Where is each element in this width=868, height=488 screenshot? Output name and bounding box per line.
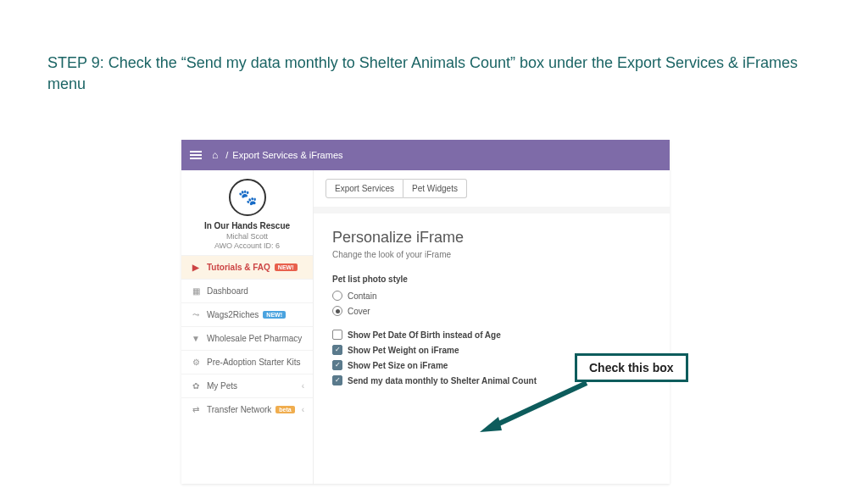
nav-icon: ▼: [190, 334, 202, 343]
radio-label: Cover: [348, 307, 370, 316]
radio-option[interactable]: Cover: [332, 306, 651, 316]
step-instruction: STEP 9: Check the “Send my data monthly …: [47, 53, 810, 95]
checkbox-label: Show Pet Date Of Birth instead of Age: [348, 330, 501, 340]
breadcrumb-separator: /: [225, 150, 228, 160]
tab[interactable]: Export Services: [326, 179, 403, 198]
nav-icon: ⤳: [190, 310, 202, 319]
sidebar-item[interactable]: ▦Dashboard: [181, 279, 313, 302]
nav-label: Pre-Adoption Starter Kits: [207, 358, 301, 367]
panel-subtitle: Change the look of your iFrame: [332, 250, 651, 259]
tab-row: Export ServicesPet Widgets: [314, 170, 670, 207]
nav-label: Wags2Riches: [207, 310, 259, 319]
user-name: Michal Scott: [186, 232, 309, 241]
section-label: Pet list photo style: [332, 274, 651, 284]
checkbox-label: Show Pet Weight on iFrame: [348, 346, 459, 355]
checkbox-icon: [332, 330, 342, 340]
menu-icon[interactable]: [190, 149, 202, 161]
nav-label: My Pets: [207, 381, 237, 391]
nav-badge: NEW!: [263, 311, 286, 319]
nav-label: Tutorials & FAQ: [207, 263, 270, 272]
nav-badge: NEW!: [275, 263, 298, 271]
app-screenshot: ⌂ / Export Services & iFrames 🐾 In Our H…: [181, 140, 670, 484]
top-bar: ⌂ / Export Services & iFrames: [181, 140, 670, 170]
nav-icon: ✿: [190, 381, 202, 391]
radio-icon: [332, 291, 342, 301]
checkbox-icon: ✓: [332, 360, 342, 370]
nav-badge: beta: [275, 406, 294, 413]
org-name: In Our Hands Rescue: [186, 221, 309, 230]
nav-icon: ⚙: [190, 358, 202, 367]
nav-icon: ▶: [190, 263, 202, 272]
sidebar-item[interactable]: ✿My Pets‹: [181, 374, 313, 397]
radio-label: Contain: [348, 291, 376, 301]
nav-label: Dashboard: [207, 286, 248, 296]
callout-box: Check this box: [575, 353, 688, 382]
radio-option[interactable]: Contain: [332, 291, 651, 301]
sidebar-item[interactable]: ⇄Transfer Networkbeta‹: [181, 397, 313, 421]
tab[interactable]: Pet Widgets: [403, 179, 467, 198]
main-content: Export ServicesPet Widgets Personalize i…: [314, 170, 670, 484]
home-icon[interactable]: ⌂: [212, 149, 218, 161]
sidebar-item[interactable]: ⤳Wags2RichesNEW!: [181, 302, 313, 326]
sidebar-item[interactable]: ⚙Pre-Adoption Starter Kits: [181, 350, 313, 374]
checkbox-label: Show Pet Size on iFrame: [348, 361, 448, 370]
panel-title: Personalize iFrame: [332, 229, 651, 247]
sidebar: 🐾 In Our Hands Rescue Michal Scott AWO A…: [181, 170, 314, 484]
account-id: AWO Account ID: 6: [186, 241, 309, 250]
org-logo: 🐾: [229, 179, 266, 216]
checkbox-icon: ✓: [332, 345, 342, 355]
checkbox-icon: ✓: [332, 375, 342, 385]
chevron-icon: ‹: [302, 381, 304, 391]
nav-label: Wholesale Pet Pharmacy: [207, 334, 302, 343]
sidebar-item[interactable]: ▶Tutorials & FAQNEW!: [181, 255, 313, 279]
sidebar-item[interactable]: ▼Wholesale Pet Pharmacy: [181, 326, 313, 350]
settings-panel: Personalize iFrame Change the look of yo…: [314, 214, 670, 484]
nav-label: Transfer Network: [207, 405, 271, 414]
nav-icon: ⇄: [190, 405, 202, 414]
chevron-icon: ‹: [302, 405, 304, 414]
breadcrumb-current: Export Services & iFrames: [232, 150, 342, 160]
checkbox-option[interactable]: Show Pet Date Of Birth instead of Age: [332, 330, 651, 340]
org-block: 🐾 In Our Hands Rescue Michal Scott AWO A…: [181, 170, 313, 255]
radio-icon: [332, 306, 342, 316]
checkbox-label: Send my data monthly to Shelter Animal C…: [348, 376, 537, 385]
nav-icon: ▦: [190, 286, 202, 296]
